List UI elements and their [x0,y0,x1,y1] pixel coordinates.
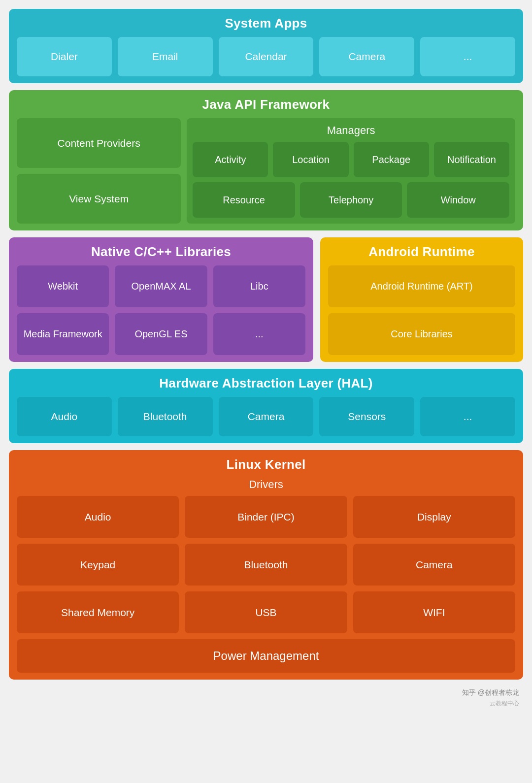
drivers-grid: Audio Binder (IPC) Display Keypad Blueto… [17,496,515,633]
cell-dialer: Dialer [17,37,112,76]
hal-layer: Hardware Abstraction Layer (HAL) Audio B… [9,369,523,443]
cell-location: Location [273,142,348,177]
cell-package: Package [354,142,429,177]
native-runtime-row: Native C/C++ Libraries Webkit OpenMAX AL… [9,237,523,362]
android-architecture-diagram: System Apps Dialer Email Calendar Camera… [0,0,532,717]
cell-content-providers: Content Providers [17,118,181,168]
cell-drv-shared-memory: Shared Memory [17,591,179,633]
cell-hal-more: ... [420,397,515,436]
managers-row2: Resource Telephony Window [193,182,509,218]
cell-libc: Libc [213,265,305,307]
cell-hal-bluetooth: Bluetooth [118,397,213,436]
cell-view-system: View System [17,174,181,224]
hal-row: Audio Bluetooth Camera Sensors ... [17,397,515,436]
cell-drv-binder: Binder (IPC) [185,496,347,538]
java-api-layer: Java API Framework Content Providers Vie… [9,90,523,230]
cell-resource: Resource [193,182,295,218]
hal-title: Hardware Abstraction Layer (HAL) [17,376,515,391]
cell-media-framework: Media Framework [17,313,109,355]
managers-title: Managers [193,124,509,137]
cell-hal-sensors: Sensors [319,397,414,436]
cell-window: Window [407,182,509,218]
cell-drv-audio: Audio [17,496,179,538]
cell-webkit: Webkit [17,265,109,307]
managers-row1: Activity Location Package Notification [193,142,509,177]
java-api-title: Java API Framework [17,97,515,112]
cell-email: Email [118,37,213,76]
drivers-title: Drivers [17,478,515,491]
cell-openmax-al: OpenMAX AL [115,265,207,307]
cell-more: ... [420,37,515,76]
watermark: 知乎 @创程者栋龙 [462,686,523,698]
android-runtime-layer: Android Runtime Android Runtime (ART) Co… [320,237,523,362]
java-api-left: Content Providers View System [17,118,181,224]
cell-notification: Notification [434,142,509,177]
cell-activity: Activity [193,142,268,177]
cell-telephony: Telephony [300,182,402,218]
system-apps-row: Dialer Email Calendar Camera ... [17,37,515,76]
cell-calendar: Calendar [219,37,314,76]
android-runtime-grid: Android Runtime (ART) Core Libraries [328,265,515,355]
managers-panel: Managers Activity Location Package Notif… [187,118,515,224]
native-libs-title: Native C/C++ Libraries [17,244,305,260]
cell-hal-audio: Audio [17,397,112,436]
system-apps-title: System Apps [17,16,515,31]
linux-kernel-layer: Linux Kernel Drivers Audio Binder (IPC) … [9,450,523,680]
cell-drv-bluetooth: Bluetooth [185,544,347,586]
cell-camera: Camera [319,37,414,76]
power-management-cell: Power Management [17,639,515,673]
java-api-inner: Content Providers View System Managers A… [17,118,515,224]
cell-drv-usb: USB [185,591,347,633]
cell-hal-camera: Camera [219,397,314,436]
cell-core-libraries: Core Libraries [328,313,515,355]
cell-art: Android Runtime (ART) [328,265,515,307]
cell-drv-camera: Camera [353,544,515,586]
linux-kernel-title: Linux Kernel [17,457,515,472]
android-runtime-title: Android Runtime [328,244,515,260]
system-apps-layer: System Apps Dialer Email Calendar Camera… [9,9,523,83]
native-libs-row2: Media Framework OpenGL ES ... [17,313,305,355]
cell-drv-wifi: WIFI [353,591,515,633]
cell-drv-keypad: Keypad [17,544,179,586]
native-libs-layer: Native C/C++ Libraries Webkit OpenMAX AL… [9,237,313,362]
cell-more-native: ... [213,313,305,355]
cell-opengl-es: OpenGL ES [115,313,207,355]
native-libs-row1: Webkit OpenMAX AL Libc [17,265,305,307]
watermark2: 云教程中心 [490,699,523,708]
cell-drv-display: Display [353,496,515,538]
